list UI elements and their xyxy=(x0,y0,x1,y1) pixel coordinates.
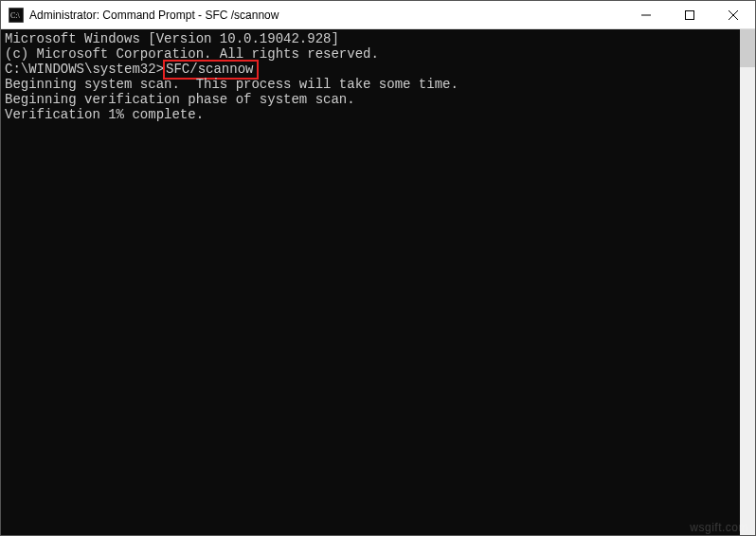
terminal-output[interactable]: Microsoft Windows [Version 10.0.19042.92… xyxy=(1,29,740,535)
vertical-scrollbar[interactable] xyxy=(740,29,755,535)
maximize-button[interactable] xyxy=(668,1,711,29)
output-line: Beginning verification phase of system s… xyxy=(5,92,736,107)
cmd-icon: C:\ xyxy=(9,8,24,23)
terminal-container: Microsoft Windows [Version 10.0.19042.92… xyxy=(1,29,755,535)
output-line: Beginning system scan. This process will… xyxy=(5,77,736,92)
titlebar[interactable]: C:\ Administrator: Command Prompt - SFC … xyxy=(1,1,755,29)
output-line: Microsoft Windows [Version 10.0.19042.92… xyxy=(5,31,736,46)
output-line: (c) Microsoft Corporation. All rights re… xyxy=(5,46,736,62)
minimize-button[interactable] xyxy=(624,1,668,29)
svg-rect-3 xyxy=(686,11,694,20)
scrollbar-thumb[interactable] xyxy=(740,29,755,67)
svg-text:C:\: C:\ xyxy=(10,11,21,20)
prompt-path: C:\WINDOWS\system32> xyxy=(5,62,164,77)
prompt-line: C:\WINDOWS\system32>SFC/scannow xyxy=(5,62,736,77)
close-button[interactable] xyxy=(711,1,755,29)
watermark-text: wsgift.com xyxy=(690,521,748,534)
output-line: Verification 1% complete. xyxy=(5,107,736,122)
window-title: Administrator: Command Prompt - SFC /sca… xyxy=(29,9,624,22)
command-prompt-window: C:\ Administrator: Command Prompt - SFC … xyxy=(0,0,756,536)
window-controls xyxy=(624,1,755,28)
